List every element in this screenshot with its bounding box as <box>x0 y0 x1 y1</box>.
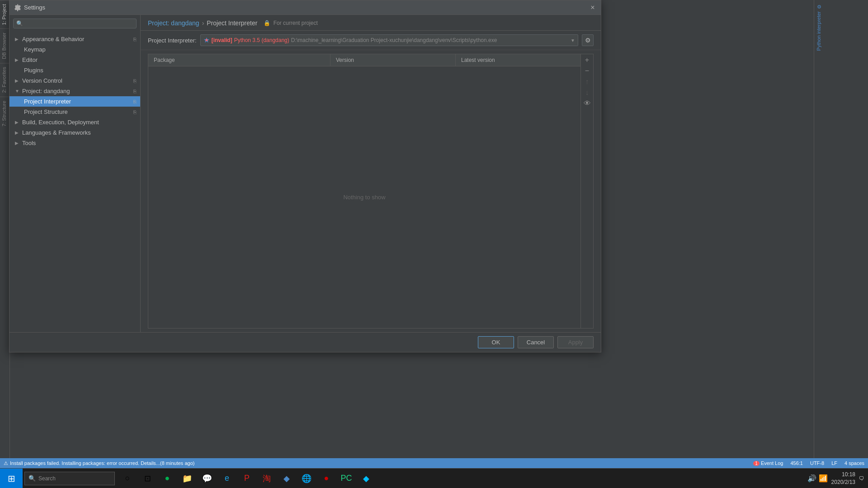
settings-dialog: Settings × 🔍 ▶ Appearance & Behavior ⎘ <box>9 0 601 352</box>
col-latest-version: Latest version <box>456 54 580 66</box>
sidebar-item-plugins[interactable]: Plugins <box>9 65 140 75</box>
sidebar-item-project-structure[interactable]: Project Structure ⎘ <box>9 107 140 117</box>
sidebar-item-label: Keymap <box>24 46 46 53</box>
sidebar-item-project-dangdang[interactable]: ▼ Project: dangdang ⎘ <box>9 86 140 96</box>
toggle-visibility-button[interactable]: 👁 <box>582 99 592 108</box>
event-log-count: 1 <box>753 461 760 466</box>
ide-tab-db-browser[interactable]: DB Browser <box>0 28 9 63</box>
taskbar-app-ie[interactable]: e <box>218 469 236 488</box>
status-error[interactable]: ⚠ Install packages failed. Installing pa… <box>4 460 194 466</box>
taskbar-app-edge-green[interactable]: ● <box>158 469 176 488</box>
empty-table-message: Nothing to show <box>343 194 385 201</box>
event-log-label[interactable]: 1 Event Log <box>753 460 783 466</box>
indent-indicator: 4 spaces <box>844 460 864 466</box>
sidebar-item-label: Project Structure <box>24 108 68 115</box>
package-table-container: Package Version Latest version Nothing t… <box>148 54 594 328</box>
sidebar-item-editor[interactable]: ▶ Editor <box>9 55 140 65</box>
remove-package-button[interactable]: − <box>582 66 592 76</box>
taskbar-search[interactable]: 🔍 Search <box>24 472 115 485</box>
sidebar-item-tools[interactable]: ▶ Tools <box>9 138 140 148</box>
search-icon: 🔍 <box>16 20 23 27</box>
taskbar-app-blue[interactable]: ◆ <box>278 469 296 488</box>
breadcrumb-parent[interactable]: Project: dangdang <box>148 19 199 27</box>
dialog-body: 🔍 ▶ Appearance & Behavior ⎘ Keymap ▶ Edi… <box>9 15 601 332</box>
dialog-title-area: Settings <box>14 4 45 11</box>
chevron-right-icon: ▶ <box>15 120 20 125</box>
taskbar-app-files[interactable]: 📁 <box>178 469 196 488</box>
scroll-up-button[interactable]: ↑ <box>582 77 592 87</box>
interpreter-invalid-badge: [invalid] <box>212 37 232 43</box>
col-package: Package <box>148 54 330 66</box>
taskbar-app-pycharm[interactable]: PC <box>337 469 355 488</box>
taskbar-app-red2[interactable]: ● <box>317 469 335 488</box>
nav-tree: ▶ Appearance & Behavior ⎘ Keymap ▶ Edito… <box>9 32 140 332</box>
ide-right-panel: Python interpreter ⚙ <box>814 0 868 458</box>
ide-side-tabs: 1: Project DB Browser 2: Favorites 7: St… <box>0 0 10 458</box>
add-package-button[interactable]: + <box>582 55 592 65</box>
sidebar-item-keymap[interactable]: Keymap <box>9 44 140 55</box>
breadcrumb-separator: › <box>202 19 204 27</box>
sidebar-item-version-control[interactable]: ▶ Version Control ⎘ <box>9 75 140 86</box>
chevron-right-icon: ▶ <box>15 78 20 83</box>
sidebar-item-label: Plugins <box>24 67 43 74</box>
apply-button[interactable]: Apply <box>557 336 594 348</box>
search-input[interactable] <box>25 20 133 27</box>
sidebar-item-label: Languages & Frameworks <box>22 129 91 136</box>
notification-icon[interactable]: 🗨 <box>859 475 864 482</box>
chevron-right-icon: ▶ <box>15 57 20 62</box>
ide-tab-project[interactable]: 1: Project <box>0 0 9 28</box>
sidebar-item-build-execution[interactable]: ▶ Build, Execution, Deployment <box>9 117 140 127</box>
scroll-down-button[interactable]: ↓ <box>582 88 592 98</box>
content-area: Project: dangdang › Project Interpreter … <box>141 15 601 332</box>
status-error-text: Install packages failed. Installing pack… <box>10 460 194 466</box>
ide-tab-structure[interactable]: 7: Structure <box>0 97 9 130</box>
taskbar-app-task-view[interactable]: ⊡ <box>138 469 156 488</box>
note-icon: 🔒 <box>264 20 270 26</box>
sidebar-item-label: Appearance & Behavior <box>22 36 84 42</box>
dialog-titlebar: Settings × <box>9 0 601 15</box>
sidebar-item-languages-frameworks[interactable]: ▶ Languages & Frameworks <box>9 127 140 138</box>
sidebar-item-label: Project: dangdang <box>22 88 70 94</box>
interpreter-name: Python 3.5 (dangdang) <box>234 37 289 43</box>
table-body: Nothing to show <box>148 66 580 328</box>
gear-icon[interactable]: ⚙ <box>816 4 821 9</box>
event-log-text: Event Log <box>761 460 783 466</box>
error-icon: ⚠ <box>4 460 8 466</box>
sidebar-item-label: Build, Execution, Deployment <box>22 119 99 126</box>
interpreter-row: Project Interpreter: [invalid] Python 3.… <box>141 31 601 50</box>
search-label: Search <box>38 475 56 482</box>
copy-icon: ⎘ <box>133 99 137 104</box>
python-icon <box>203 37 210 43</box>
taskbar-app-chrome[interactable]: 🌐 <box>297 469 316 488</box>
taskbar-app-blue2[interactable]: ◆ <box>357 469 375 488</box>
python-interpreter-tab[interactable]: Python interpreter ⚙ <box>814 0 823 54</box>
chevron-down-icon: ▼ <box>15 89 20 94</box>
sidebar-item-project-interpreter[interactable]: Project Interpreter ⎘ <box>9 96 140 107</box>
python-interpreter-label: Python interpreter <box>816 11 821 51</box>
search-box[interactable]: 🔍 <box>13 19 137 28</box>
ide-tab-favorites[interactable]: 2: Favorites <box>0 63 9 96</box>
col-version: Version <box>330 54 456 66</box>
gear-icon: ⚙ <box>585 37 591 44</box>
copy-icon: ⎘ <box>133 89 137 94</box>
chevron-right-icon: ▶ <box>15 141 20 145</box>
taskbar: ⊞ 🔍 Search ○ ⊡ ● 📁 💬 e P 淘 ◆ 🌐 ● PC ◆ 🔊 … <box>0 468 868 488</box>
breadcrumb-current: Project Interpreter <box>207 19 257 27</box>
taskbar-app-wechat[interactable]: 💬 <box>198 469 216 488</box>
ok-button[interactable]: OK <box>478 336 514 348</box>
cancel-button[interactable]: Cancel <box>518 336 554 348</box>
start-button[interactable]: ⊞ <box>0 469 23 488</box>
interpreter-select[interactable]: [invalid] Python 3.5 (dangdang) D:\machi… <box>200 34 578 46</box>
settings-sidebar: 🔍 ▶ Appearance & Behavior ⎘ Keymap ▶ Edi… <box>9 15 141 332</box>
close-button[interactable]: × <box>589 4 596 11</box>
status-bar-right: 1 Event Log 456:1 UTF-8 LF 4 spaces <box>753 460 864 466</box>
chevron-right-icon: ▶ <box>15 37 20 42</box>
interpreter-settings-button[interactable]: ⚙ <box>582 34 594 46</box>
sidebar-item-appearance[interactable]: ▶ Appearance & Behavior ⎘ <box>9 34 140 44</box>
line-col-indicator: 456:1 <box>790 460 803 466</box>
taskbar-app-taobao[interactable]: 淘 <box>258 469 276 488</box>
taskbar-app-red[interactable]: P <box>238 469 256 488</box>
search-icon: 🔍 <box>28 475 36 482</box>
content-header: Project: dangdang › Project Interpreter … <box>141 15 601 31</box>
taskbar-app-cortana[interactable]: ○ <box>118 469 137 488</box>
